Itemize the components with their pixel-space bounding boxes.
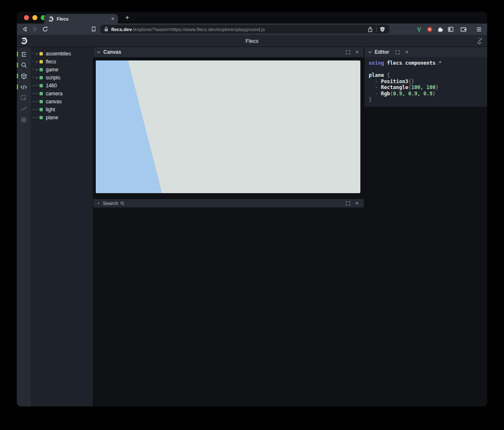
browser-menu-button[interactable] [475,25,484,34]
search-close-button[interactable]: × [354,200,360,207]
wallet-button[interactable] [459,25,468,34]
editor-code[interactable]: using flecs.components.* plane { - Posit… [365,57,487,107]
entity-label: light [46,107,55,113]
tool-sidebar [17,47,31,406]
vue-devtools-button[interactable]: V [415,25,424,34]
sidebar-toggle-button[interactable] [446,25,455,34]
fullscreen-icon [395,50,400,55]
back-button[interactable] [20,25,30,34]
code-line: plane { [369,72,483,79]
close-window-button[interactable] [24,15,29,20]
tree-item[interactable]: › assemblies [31,50,93,58]
link-icon [477,38,483,44]
canvas-panel-title: Canvas [103,49,121,55]
chart-icon [21,106,27,112]
bookmark-icon [91,26,97,32]
tab-bar: Flecs × + [17,12,487,24]
reload-button[interactable] [40,25,50,34]
entity-label: plane [46,115,58,121]
extensions-button[interactable] [436,25,445,34]
entity-color-swatch [39,76,43,79]
url-path: /explorer/?wasm=https://www.flecs.dev/ex… [133,27,265,32]
fullscreen-icon [346,201,350,206]
sidebar-item-outliner[interactable] [17,49,31,60]
entity-color-swatch [39,92,43,95]
vue-icon: V [417,26,421,33]
expand-chevron-icon[interactable]: › [35,59,39,64]
entity-label: assemblies [46,51,71,57]
new-tab-button[interactable]: + [123,13,132,22]
share-icon [368,26,373,32]
canvas-viewport[interactable] [96,60,360,193]
expand-chevron-icon[interactable]: › [35,67,39,72]
chevron-down-icon[interactable] [97,51,101,54]
url-bar[interactable]: flecs.dev /explorer/?wasm=https://www.fl… [100,25,389,34]
editor-panel: Editor × using flecs.components.* plane … [365,47,487,107]
forward-icon [32,26,38,32]
tree-guide-line [32,53,35,54]
search-fullscreen-button[interactable] [344,200,351,207]
sidebar-item-stats[interactable] [17,103,31,114]
share-link-button[interactable] [477,38,483,44]
chevron-down-icon[interactable] [368,51,372,54]
entity-color-swatch [39,100,43,103]
sidebar-item-query[interactable] [17,60,31,71]
tree-item[interactable]: › scripts [31,73,93,81]
app-header: Flecs [17,35,487,47]
url-domain: flecs.dev [111,27,132,32]
entity-tree: › assemblies › flecs › game › [31,47,93,406]
entity-color-swatch [39,68,43,71]
tree-guide-line [32,77,35,78]
entity-label: game [46,67,58,73]
expand-chevron-icon[interactable]: › [35,51,39,56]
code-line [369,66,483,73]
canvas-fullscreen-button[interactable] [344,49,351,55]
code-line: } [369,97,483,103]
sidebar-item-tables[interactable] [17,114,31,125]
canvas-close-button[interactable]: × [354,49,360,55]
tab-close-icon[interactable]: × [111,16,114,21]
share-button[interactable] [367,26,374,33]
bookmark-button[interactable] [89,25,99,34]
brave-shield-button[interactable] [379,26,386,33]
tree-guide-line [32,101,39,102]
collapsed-dot-icon[interactable] [98,203,99,204]
divider [376,27,377,32]
extension-red-button[interactable] [425,25,434,34]
editor-close-button[interactable]: × [404,49,410,55]
flecs-favicon-icon [48,16,54,22]
tree-item[interactable]: canvas [31,97,93,105]
expand-chevron-icon[interactable]: › [35,75,39,80]
canvas-panel-header[interactable]: Canvas × [93,47,364,57]
cube-icon [21,73,27,79]
tree-guide-line [32,69,35,70]
entity-color-swatch [39,108,43,111]
editor-fullscreen-button[interactable] [394,49,401,55]
outline-icon [21,52,27,57]
editor-panel-header[interactable]: Editor × [365,47,487,57]
tree-item[interactable]: › flecs [31,58,93,66]
page-title: Flecs [17,38,487,44]
code-line: - Position3{} [369,79,483,85]
tree-guide-line [32,93,39,94]
tree-item[interactable]: camera [31,89,93,97]
tree-guide-line [32,109,39,110]
tree-item[interactable]: 1460 [31,81,93,89]
tree-item[interactable]: plane [31,113,93,121]
tree-item[interactable]: light [31,105,93,113]
stack-icon [21,117,26,123]
sidebar-item-entities[interactable] [17,71,31,81]
entity-color-swatch [39,60,43,63]
minimize-window-button[interactable] [32,15,37,20]
tree-item[interactable]: › game [31,66,93,73]
search-panel-header[interactable]: Search × [93,199,364,207]
search-panel-title: Search [103,201,118,206]
fullscreen-icon [346,50,350,55]
forward-button[interactable] [30,25,40,34]
sidebar-icon [448,26,454,32]
browser-tab[interactable]: Flecs × [44,14,118,24]
sidebar-item-inspector[interactable] [17,92,31,103]
code-line: - Rgb{0.9, 0.9, 0.9} [369,91,483,97]
browser-window: Flecs × + flecs.dev /explorer/?wa [17,12,487,406]
sidebar-item-editor[interactable] [17,81,31,92]
